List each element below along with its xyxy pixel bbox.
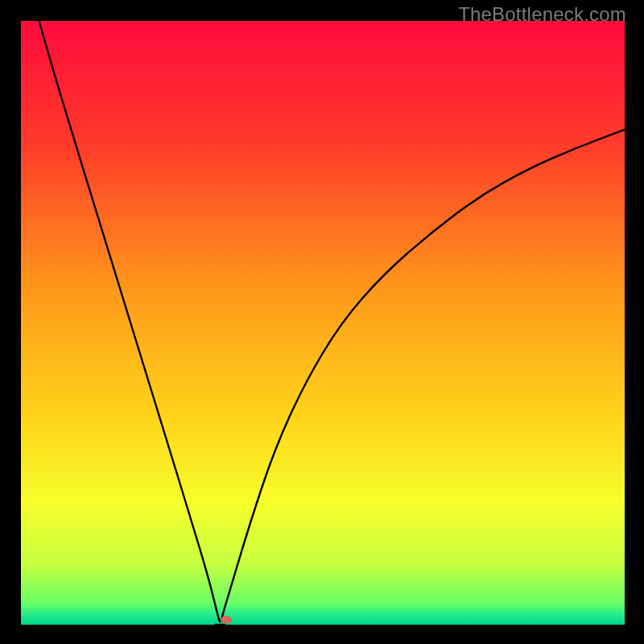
plot-area [21, 21, 625, 625]
gradient-background [21, 21, 625, 625]
bottleneck-curve-chart [21, 21, 625, 625]
chart-container: TheBottleneck.com [0, 0, 644, 644]
optimal-point-marker [221, 616, 232, 624]
